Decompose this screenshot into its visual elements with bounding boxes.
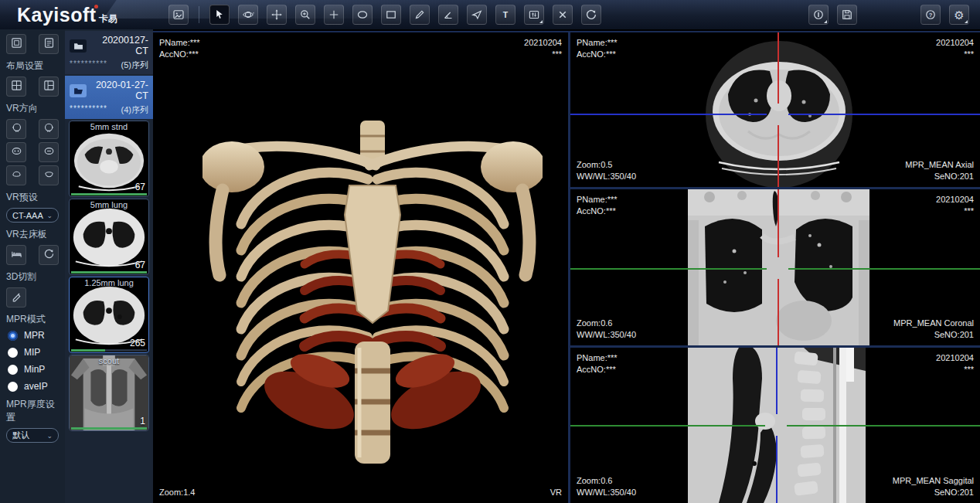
mpr-mode-option-minp[interactable]: MinP bbox=[8, 364, 59, 375]
folder-open-icon bbox=[70, 84, 87, 97]
reset-rotate-icon bbox=[584, 8, 598, 22]
cut-3d-label: 3D切割 bbox=[6, 270, 59, 284]
crosshair-vertical-blue[interactable] bbox=[776, 348, 778, 414]
cursor-tool-button[interactable] bbox=[209, 5, 230, 25]
viewport-divider[interactable] bbox=[570, 345, 980, 348]
thumbnail-label: 1.25mm lung bbox=[70, 278, 148, 287]
series-number: SeNO:201 bbox=[893, 329, 974, 341]
study-date: 20210204 bbox=[524, 37, 562, 49]
series-browser-icon bbox=[172, 8, 185, 22]
cut-3d-button[interactable] bbox=[6, 287, 26, 308]
layout-split-button[interactable] bbox=[39, 76, 59, 97]
study-date: 20210204 bbox=[936, 352, 974, 364]
series-thumbnail-125mm-lung[interactable]: 1.25mm lung 265 bbox=[69, 277, 149, 353]
head-right-icon bbox=[43, 121, 56, 137]
crosshair-vertical-red[interactable] bbox=[778, 279, 779, 345]
coronal-viewport[interactable]: PName:*** AccNO:*** 20210204 *** Zoom:0.… bbox=[570, 189, 980, 345]
info-button[interactable] bbox=[808, 5, 829, 25]
crosshair-vertical-blue[interactable] bbox=[776, 436, 778, 503]
crosshair-vertical-red[interactable] bbox=[778, 125, 779, 187]
mpr-mode-option-aveip[interactable]: aveIP bbox=[8, 381, 59, 392]
head-down-icon bbox=[43, 168, 56, 183]
vr-posterior-button[interactable] bbox=[39, 142, 59, 162]
mpr-mode-option-mpr[interactable]: MPR bbox=[8, 330, 59, 341]
rect-roi-button[interactable] bbox=[381, 5, 401, 25]
pan-tool-button[interactable] bbox=[267, 5, 287, 25]
vr-preset-select[interactable]: CT-AAA ⌄ bbox=[6, 208, 59, 223]
ellipse-roi-button[interactable] bbox=[352, 5, 373, 25]
help-button[interactable]: ? bbox=[920, 5, 941, 25]
sagittal-viewport[interactable]: PName:*** AccNO:*** 20210204 *** Zoom:0.… bbox=[570, 348, 980, 503]
vr-viewport[interactable]: PName:*** AccNO:*** 20210204 *** Zoom:1.… bbox=[153, 31, 568, 503]
thumbnail-image-count: 265 bbox=[130, 338, 145, 348]
series-panel: 20200127-CT ********** (5)序列 2020-01-27-… bbox=[65, 29, 153, 503]
study-item[interactable]: 20200127-CT ********** (5)序列 bbox=[65, 31, 153, 74]
vr-left-button[interactable] bbox=[6, 119, 26, 139]
window-level-value: WW/WL:350/40 bbox=[577, 329, 636, 341]
crosshair-vertical-red[interactable] bbox=[778, 189, 779, 257]
series-browser-button[interactable] bbox=[168, 5, 189, 25]
thumbnail-image-count: 67 bbox=[135, 182, 145, 192]
study-item-selected[interactable]: 2020-01-27-CT ********** (4)序列 bbox=[65, 76, 153, 119]
crosshair-tool-button[interactable] bbox=[324, 5, 344, 25]
restore-bed-button[interactable] bbox=[39, 245, 59, 265]
thumbnail-progress-track bbox=[71, 427, 147, 430]
vr-anterior-button[interactable] bbox=[6, 142, 26, 162]
measure-line-button[interactable] bbox=[410, 5, 430, 25]
study-stars: *** bbox=[936, 206, 974, 217]
layout-report-button[interactable] bbox=[39, 34, 59, 54]
accession-number: AccNO:*** bbox=[577, 364, 618, 376]
left-sidebar: 布局设置 VR方向 VR预设 CT-AAA ⌄ VR去床板 3D切割 bbox=[0, 29, 65, 503]
svg-text:?: ? bbox=[929, 12, 933, 19]
pan-icon bbox=[270, 8, 284, 22]
crosshair-horizontal-green[interactable] bbox=[570, 425, 765, 427]
series-thumbnail-5mm-stnd[interactable]: 5mm stnd 67 bbox=[69, 121, 149, 197]
study-stars: *** bbox=[524, 49, 562, 60]
dropdown-corner-mark bbox=[824, 20, 827, 23]
vr-right-button[interactable] bbox=[39, 119, 59, 139]
crosshair-horizontal-green[interactable] bbox=[570, 268, 767, 270]
save-button[interactable] bbox=[837, 5, 857, 25]
series-thumbnail-scout[interactable]: scout 1 bbox=[69, 355, 149, 431]
layout-report-icon bbox=[43, 36, 56, 52]
pencil-icon bbox=[413, 8, 427, 22]
vr-inferior-button[interactable] bbox=[39, 165, 59, 185]
help-icon: ? bbox=[924, 8, 937, 22]
text-annotation-button[interactable]: T bbox=[495, 5, 516, 25]
reset-view-button[interactable] bbox=[581, 5, 601, 25]
layout-grid-button[interactable] bbox=[6, 76, 26, 97]
layout-split-icon bbox=[43, 79, 56, 94]
crosshair-horizontal-blue[interactable] bbox=[570, 114, 767, 115]
thumbnail-label: 5mm stnd bbox=[70, 122, 148, 131]
crosshair-horizontal-blue[interactable] bbox=[788, 114, 980, 115]
remove-bed-button[interactable] bbox=[6, 245, 26, 265]
viewport-divider[interactable] bbox=[570, 187, 980, 189]
toolbar-separator bbox=[199, 6, 199, 23]
measure-angle-button[interactable] bbox=[438, 5, 458, 25]
rotate-3d-button[interactable] bbox=[238, 5, 258, 25]
app-window: Kayisoft 卡易 bbox=[0, 0, 980, 503]
cobb-arrow-button[interactable] bbox=[467, 5, 487, 25]
ellipse-icon bbox=[356, 8, 369, 22]
mode-overlay: MPR_MEAN Coronal SeNO:201 bbox=[893, 318, 974, 341]
settings-button[interactable]: ⚙ bbox=[949, 5, 969, 25]
axial-viewport[interactable]: PName:*** AccNO:*** 20210204 *** Zoom:0.… bbox=[570, 31, 980, 187]
zoom-factor: Zoom:0.6 bbox=[577, 475, 636, 487]
arrow-annotation-icon bbox=[470, 8, 484, 22]
crosshair-vertical-red[interactable] bbox=[778, 32, 779, 104]
vr-superior-button[interactable] bbox=[6, 165, 26, 185]
viewport-divider[interactable] bbox=[568, 31, 570, 503]
mpr-mode-option-mip[interactable]: MIP bbox=[8, 347, 59, 358]
crosshair-icon bbox=[327, 8, 341, 22]
zoom-factor: Zoom:1.4 bbox=[159, 487, 195, 498]
delete-annotations-button[interactable] bbox=[553, 5, 573, 25]
scalpel-icon bbox=[10, 290, 23, 305]
mpr-thickness-select[interactable]: 默认 ⌄ bbox=[6, 428, 59, 443]
series-thumbnail-5mm-lung[interactable]: 5mm lung 67 bbox=[69, 199, 149, 275]
crosshair-horizontal-green[interactable] bbox=[788, 268, 980, 270]
scout-thumbnail-image bbox=[70, 355, 148, 430]
zoom-tool-button[interactable] bbox=[295, 5, 315, 25]
layout-single-button[interactable] bbox=[6, 34, 26, 54]
window-level-button[interactable] bbox=[524, 5, 544, 25]
crosshair-horizontal-green[interactable] bbox=[787, 425, 980, 427]
